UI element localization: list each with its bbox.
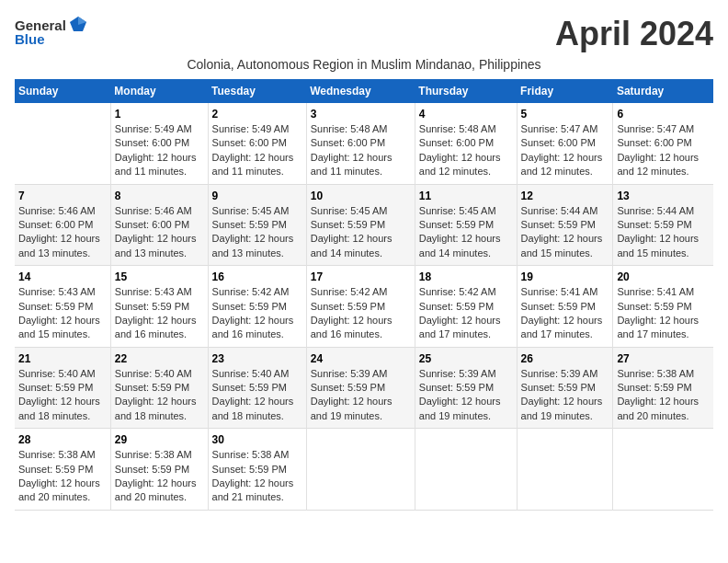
- table-row: 15Sunrise: 5:43 AMSunset: 5:59 PMDayligh…: [110, 266, 208, 348]
- table-row: 5Sunrise: 5:47 AMSunset: 6:00 PMDaylight…: [517, 103, 613, 184]
- col-monday: Monday: [110, 79, 208, 103]
- col-tuesday: Tuesday: [208, 79, 306, 103]
- cell-details: Sunrise: 5:45 AMSunset: 5:59 PMDaylight:…: [311, 205, 392, 259]
- day-number: 14: [18, 270, 107, 283]
- calendar-table: Sunday Monday Tuesday Wednesday Thursday…: [15, 79, 713, 511]
- cell-details: Sunrise: 5:48 AMSunset: 6:00 PMDaylight:…: [419, 123, 501, 177]
- table-row: 16Sunrise: 5:42 AMSunset: 5:59 PMDayligh…: [208, 266, 306, 348]
- cell-details: Sunrise: 5:39 AMSunset: 5:59 PMDaylight:…: [311, 368, 392, 421]
- table-row: 30Sunrise: 5:38 AMSunset: 5:59 PMDayligh…: [208, 429, 306, 511]
- day-number: 7: [18, 190, 107, 202]
- cell-details: Sunrise: 5:48 AMSunset: 6:00 PMDaylight:…: [311, 123, 392, 177]
- day-number: 11: [419, 190, 513, 202]
- day-number: 8: [115, 190, 204, 202]
- table-row: 23Sunrise: 5:40 AMSunset: 5:59 PMDayligh…: [208, 347, 306, 429]
- cell-details: Sunrise: 5:41 AMSunset: 5:59 PMDaylight:…: [521, 286, 603, 339]
- cell-details: Sunrise: 5:38 AMSunset: 5:59 PMDaylight:…: [617, 368, 699, 421]
- table-row: 22Sunrise: 5:40 AMSunset: 5:59 PMDayligh…: [110, 347, 208, 429]
- cell-details: Sunrise: 5:44 AMSunset: 5:59 PMDaylight:…: [617, 205, 699, 259]
- calendar-week-row: 1Sunrise: 5:49 AMSunset: 6:00 PMDaylight…: [15, 103, 713, 184]
- table-row: 18Sunrise: 5:42 AMSunset: 5:59 PMDayligh…: [415, 266, 517, 348]
- cell-details: Sunrise: 5:40 AMSunset: 5:59 PMDaylight:…: [18, 368, 100, 421]
- table-row: 26Sunrise: 5:39 AMSunset: 5:59 PMDayligh…: [517, 347, 613, 429]
- table-row: 14Sunrise: 5:43 AMSunset: 5:59 PMDayligh…: [15, 266, 110, 348]
- table-row: 1Sunrise: 5:49 AMSunset: 6:00 PMDaylight…: [110, 103, 208, 184]
- cell-details: Sunrise: 5:42 AMSunset: 5:59 PMDaylight:…: [311, 286, 392, 339]
- table-row: 4Sunrise: 5:48 AMSunset: 6:00 PMDaylight…: [415, 103, 517, 184]
- day-number: 16: [212, 270, 302, 283]
- table-row: 21Sunrise: 5:40 AMSunset: 5:59 PMDayligh…: [15, 347, 110, 429]
- calendar-week-row: 14Sunrise: 5:43 AMSunset: 5:59 PMDayligh…: [15, 266, 713, 348]
- logo-general: General: [15, 17, 66, 33]
- cell-details: Sunrise: 5:49 AMSunset: 6:00 PMDaylight:…: [212, 123, 294, 177]
- day-number: 25: [419, 352, 513, 365]
- cell-details: Sunrise: 5:43 AMSunset: 5:59 PMDaylight:…: [115, 286, 197, 339]
- calendar-week-row: 28Sunrise: 5:38 AMSunset: 5:59 PMDayligh…: [15, 429, 713, 511]
- day-number: 21: [18, 352, 107, 365]
- day-number: 2: [212, 108, 302, 121]
- cell-details: Sunrise: 5:41 AMSunset: 5:59 PMDaylight:…: [617, 286, 699, 339]
- day-number: 12: [521, 190, 609, 202]
- day-number: 19: [521, 270, 609, 283]
- cell-details: Sunrise: 5:47 AMSunset: 6:00 PMDaylight:…: [521, 123, 603, 177]
- table-row: [15, 103, 110, 184]
- table-row: 12Sunrise: 5:44 AMSunset: 5:59 PMDayligh…: [517, 184, 613, 266]
- cell-details: Sunrise: 5:42 AMSunset: 5:59 PMDaylight:…: [212, 286, 294, 339]
- col-wednesday: Wednesday: [306, 79, 415, 103]
- table-row: 6Sunrise: 5:47 AMSunset: 6:00 PMDaylight…: [613, 103, 713, 184]
- day-number: 28: [18, 433, 107, 446]
- cell-details: Sunrise: 5:40 AMSunset: 5:59 PMDaylight:…: [212, 368, 294, 421]
- subtitle: Colonia, Autonomous Region in Muslim Min…: [15, 57, 713, 72]
- col-thursday: Thursday: [415, 79, 517, 103]
- day-number: 5: [521, 108, 609, 121]
- logo-flag-icon: [68, 15, 88, 35]
- day-number: 6: [617, 108, 710, 121]
- cell-details: Sunrise: 5:45 AMSunset: 5:59 PMDaylight:…: [212, 205, 294, 259]
- cell-details: Sunrise: 5:46 AMSunset: 6:00 PMDaylight:…: [18, 205, 100, 259]
- day-number: 4: [419, 108, 513, 121]
- table-row: 8Sunrise: 5:46 AMSunset: 6:00 PMDaylight…: [110, 184, 208, 266]
- table-row: 17Sunrise: 5:42 AMSunset: 5:59 PMDayligh…: [306, 266, 415, 348]
- cell-details: Sunrise: 5:49 AMSunset: 6:00 PMDaylight:…: [115, 123, 197, 177]
- col-saturday: Saturday: [613, 79, 713, 103]
- table-row: 19Sunrise: 5:41 AMSunset: 5:59 PMDayligh…: [517, 266, 613, 348]
- table-row: 25Sunrise: 5:39 AMSunset: 5:59 PMDayligh…: [415, 347, 517, 429]
- table-row: 7Sunrise: 5:46 AMSunset: 6:00 PMDaylight…: [15, 184, 110, 266]
- table-row: [517, 429, 613, 511]
- day-number: 22: [115, 352, 204, 365]
- table-row: [415, 429, 517, 511]
- day-number: 17: [311, 270, 411, 283]
- cell-details: Sunrise: 5:39 AMSunset: 5:59 PMDaylight:…: [419, 368, 501, 421]
- day-number: 18: [419, 270, 513, 283]
- day-number: 26: [521, 352, 609, 365]
- day-number: 23: [212, 352, 302, 365]
- day-number: 10: [311, 190, 411, 202]
- table-row: 29Sunrise: 5:38 AMSunset: 5:59 PMDayligh…: [110, 429, 208, 511]
- cell-details: Sunrise: 5:42 AMSunset: 5:59 PMDaylight:…: [419, 286, 501, 339]
- header: General Blue April 2024: [15, 15, 713, 53]
- cell-details: Sunrise: 5:46 AMSunset: 6:00 PMDaylight:…: [115, 205, 197, 259]
- day-number: 15: [115, 270, 204, 283]
- day-number: 27: [617, 352, 710, 365]
- table-row: 27Sunrise: 5:38 AMSunset: 5:59 PMDayligh…: [613, 347, 713, 429]
- table-row: 11Sunrise: 5:45 AMSunset: 5:59 PMDayligh…: [415, 184, 517, 266]
- calendar-week-row: 7Sunrise: 5:46 AMSunset: 6:00 PMDaylight…: [15, 184, 713, 266]
- cell-details: Sunrise: 5:38 AMSunset: 5:59 PMDaylight:…: [212, 449, 294, 502]
- day-number: 29: [115, 433, 204, 446]
- table-row: [306, 429, 415, 511]
- day-number: 3: [311, 108, 411, 121]
- table-row: 24Sunrise: 5:39 AMSunset: 5:59 PMDayligh…: [306, 347, 415, 429]
- cell-details: Sunrise: 5:38 AMSunset: 5:59 PMDaylight:…: [115, 449, 197, 502]
- logo-blue: Blue: [15, 31, 45, 47]
- day-number: 13: [617, 190, 710, 202]
- day-number: 20: [617, 270, 710, 283]
- calendar-week-row: 21Sunrise: 5:40 AMSunset: 5:59 PMDayligh…: [15, 347, 713, 429]
- col-sunday: Sunday: [15, 79, 110, 103]
- table-row: [613, 429, 713, 511]
- cell-details: Sunrise: 5:47 AMSunset: 6:00 PMDaylight:…: [617, 123, 699, 177]
- main-title: April 2024: [555, 15, 713, 53]
- table-row: 9Sunrise: 5:45 AMSunset: 5:59 PMDaylight…: [208, 184, 306, 266]
- table-row: 2Sunrise: 5:49 AMSunset: 6:00 PMDaylight…: [208, 103, 306, 184]
- table-row: 20Sunrise: 5:41 AMSunset: 5:59 PMDayligh…: [613, 266, 713, 348]
- cell-details: Sunrise: 5:45 AMSunset: 5:59 PMDaylight:…: [419, 205, 501, 259]
